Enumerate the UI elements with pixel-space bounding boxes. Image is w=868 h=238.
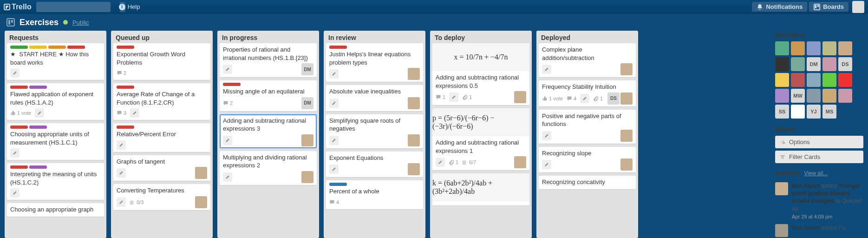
help-link[interactable]: i Help [119,3,140,10]
activity-avatar[interactable] [775,182,788,195]
card[interactable]: Positive and negative parts of functions [539,110,636,144]
card[interactable]: Frequency Stability Intuition1 vote41DS [539,80,636,107]
member-avatar[interactable] [514,91,526,103]
member-avatar[interactable] [408,163,420,175]
member-avatar[interactable] [775,57,789,71]
visibility-link[interactable]: Public [72,19,89,26]
card-title: Flawed application of exponent rules (HS… [10,90,101,106]
card[interactable]: Multiplying and dividing rational expres… [220,151,317,185]
activity-avatar[interactable] [775,224,788,237]
member-avatar[interactable] [301,171,313,183]
user-avatar[interactable] [852,1,864,13]
svg-rect-7 [463,162,466,163]
member-avatar[interactable] [807,89,821,103]
card[interactable]: Simplifying square roots of negatives [326,114,423,149]
member-avatar[interactable]: MS [822,105,836,119]
member-avatar[interactable] [195,196,207,208]
card[interactable]: Average Rate of Change of a Function (8.… [113,83,210,120]
filter-button[interactable]: Filter Cards [775,151,863,163]
board-section: Board Options Filter Cards [775,125,863,163]
comments-badge: 3 [117,110,126,116]
card[interactable]: Choosing an appropriate graph [7,203,104,217]
card[interactable]: x = 10/7n + −4/7nAdding and subtracting … [432,43,529,106]
card[interactable]: Interpreting the meaning of units (HS.1.… [7,163,104,200]
member-avatar[interactable] [775,73,789,87]
card[interactable]: Absolute value inequalities [326,85,423,112]
member-avatar[interactable] [408,68,420,80]
member-avatar[interactable] [620,63,633,75]
member-avatar[interactable]: DS [607,93,620,105]
member-avatar[interactable] [838,73,852,87]
member-avatar[interactable]: YJ [807,105,821,119]
list: In reviewJustin Helps's linear equations… [324,31,425,238]
card[interactable]: Exponent Equations [326,152,423,178]
member-avatar[interactable] [838,41,852,55]
list-header[interactable]: Deployed [536,31,638,43]
pencil-icon [117,140,126,150]
member-avatar[interactable] [195,167,207,179]
list-header[interactable]: In review [324,31,425,43]
member-avatar[interactable] [807,41,821,55]
member-avatar[interactable] [775,89,789,103]
label-purple [29,86,47,89]
pencil-icon [329,165,339,174]
list-header[interactable]: Queued up [111,31,213,43]
card[interactable]: Recognizing slope [539,147,636,173]
member-avatar[interactable]: DS [838,57,852,71]
member-avatar[interactable] [791,57,805,71]
list-header[interactable]: Requests [5,31,106,43]
member-avatar[interactable] [775,41,789,55]
card[interactable]: p = (5r−6)/(−6r−6) − (−3r)/(−6r−6)Adding… [432,108,529,171]
member-avatar[interactable] [838,89,852,103]
card[interactable]: Adding and subtracting rational expressi… [220,114,317,148]
member-avatar[interactable] [822,41,836,55]
member-avatar[interactable] [620,93,633,105]
card[interactable]: Graphs of tangent [113,155,210,182]
card-title: Missing angle of an equilateral [223,87,313,96]
member-avatar[interactable] [822,73,836,87]
card[interactable]: Flawed application of exponent rules (HS… [7,83,104,120]
list-header[interactable]: In progress [217,31,319,43]
boards-button[interactable]: Boards [809,2,848,12]
pencil-icon [35,108,44,118]
card[interactable]: Percent of a whole4 [326,180,423,210]
member-avatar[interactable] [791,73,805,87]
card[interactable]: Choosing appropriate units of measuremen… [7,123,104,160]
card[interactable]: Exponential Growth Word Problems2 [113,43,210,80]
member-avatar[interactable] [822,57,836,71]
member-avatar[interactable]: SS [775,105,789,119]
card[interactable]: Recognizing concativity [539,176,636,190]
card[interactable]: Complex plane addition/subtraction [539,43,636,78]
notifications-button[interactable]: Notifications [752,2,807,12]
member-avatar[interactable] [791,105,805,119]
card[interactable]: Justin Helps's linear equations problem … [326,43,423,82]
card[interactable]: Converting Temperatures0/3 [113,184,210,211]
search-input[interactable] [36,3,120,10]
card-members [408,163,420,175]
activity-text: Ben Alpert added Fix [792,225,846,231]
card[interactable]: ★ START HERE ★ How this board works [7,43,104,80]
card[interactable]: k = (6ab+2b²)/4ab + (3b²+2ab)/4ab [432,173,529,206]
member-avatar[interactable] [301,134,313,146]
member-avatar[interactable] [514,156,526,168]
logo[interactable]: Trello [4,3,32,11]
card[interactable]: Missing angle of an equilateral2DM [220,80,317,112]
member-avatar[interactable]: MW [791,89,805,103]
svg-rect-6 [463,161,466,162]
card[interactable]: Relative/Percent Error [113,123,210,152]
member-avatar[interactable]: DM [301,63,313,75]
list-header[interactable]: To deploy [430,31,532,43]
member-avatar[interactable] [620,130,633,142]
member-avatar[interactable] [408,134,420,146]
member-avatar[interactable] [791,41,805,55]
card-badges [329,134,420,146]
member-avatar[interactable]: DM [301,97,313,109]
member-avatar[interactable] [620,159,633,171]
member-avatar[interactable]: DM [807,57,821,71]
member-avatar[interactable] [408,97,420,109]
card[interactable]: Properties of rational and irrational nu… [220,43,317,78]
member-avatar[interactable] [822,89,836,103]
options-button[interactable]: Options [775,136,863,148]
view-all-link[interactable]: View all... [804,170,828,177]
member-avatar[interactable] [807,73,821,87]
